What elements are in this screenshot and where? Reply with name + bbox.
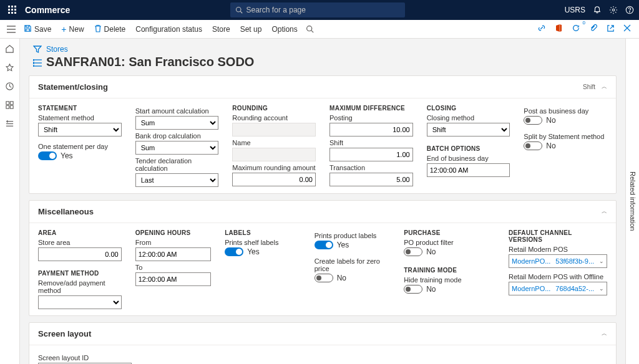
popout-icon[interactable] xyxy=(603,22,618,36)
config-status-button[interactable]: Configuration status xyxy=(132,23,206,36)
screen-layout-header[interactable]: Screen layout ︿ xyxy=(29,323,616,345)
svg-rect-0 xyxy=(8,6,10,7)
svg-rect-25 xyxy=(10,105,13,108)
store-area-input[interactable] xyxy=(38,247,122,261)
start-amount-select[interactable]: Sum xyxy=(135,116,219,130)
statement-header[interactable]: Statement/closing Shift︿ xyxy=(29,76,616,98)
svg-rect-2 xyxy=(14,6,16,7)
help-icon[interactable] xyxy=(625,6,634,14)
training-mode-toggle[interactable] xyxy=(404,285,422,294)
content-pane: Stores SANFRAN01: San Francisco SODO Sta… xyxy=(20,39,625,364)
save-button[interactable]: Save xyxy=(20,22,55,36)
brand-name: Commerce xyxy=(25,5,70,15)
svg-point-34 xyxy=(33,62,34,64)
command-bar: Save +New Delete Configuration status St… xyxy=(0,20,639,39)
filter-icon[interactable] xyxy=(33,45,42,55)
store-button[interactable]: Store xyxy=(208,23,234,36)
svg-point-33 xyxy=(33,59,34,60)
svg-rect-24 xyxy=(6,105,9,108)
chevron-up-icon[interactable]: ︿ xyxy=(602,208,607,216)
bank-drop-select[interactable]: Sum xyxy=(135,141,219,155)
svg-point-17 xyxy=(306,26,311,31)
product-labels-toggle[interactable] xyxy=(315,241,333,249)
svg-rect-1 xyxy=(11,6,13,7)
setup-button[interactable]: Set up xyxy=(237,23,266,36)
close-icon[interactable] xyxy=(620,22,634,36)
svg-rect-4 xyxy=(11,9,13,11)
modern-pos-select[interactable]: ModernPO...53f68f3b-9...⌄ xyxy=(509,254,607,268)
new-button[interactable]: +New xyxy=(57,22,87,36)
home-icon[interactable] xyxy=(4,42,16,55)
recent-icon[interactable] xyxy=(4,80,16,92)
global-search[interactable]: Search for a page xyxy=(230,2,405,17)
right-rail[interactable]: Related information xyxy=(625,39,639,364)
shelf-labels-toggle[interactable] xyxy=(225,247,243,256)
search-command-icon[interactable] xyxy=(304,23,316,35)
hours-to-input[interactable] xyxy=(135,272,212,286)
statement-method-select[interactable]: Shift xyxy=(38,123,122,136)
workspace-icon[interactable] xyxy=(4,98,16,111)
closing-method-select[interactable]: Shift xyxy=(427,123,510,136)
notifications-icon[interactable] xyxy=(593,6,602,14)
options-button[interactable]: Options xyxy=(268,23,301,36)
misc-section: Miscellaneous ︿ AREA Store area PAYMENT … xyxy=(29,200,617,316)
payment-method-select[interactable] xyxy=(38,295,122,309)
eob-input[interactable] xyxy=(427,163,510,177)
hours-from-input[interactable] xyxy=(135,247,212,261)
svg-point-35 xyxy=(33,65,34,67)
office-icon[interactable] xyxy=(552,22,566,36)
transaction-input[interactable] xyxy=(329,173,413,186)
one-statement-toggle[interactable] xyxy=(38,151,57,160)
left-nav-rail xyxy=(0,39,20,364)
favorite-icon[interactable] xyxy=(4,61,16,74)
screen-layout-section: Screen layout ︿ Screen layout ID F3CSH xyxy=(29,322,617,364)
svg-rect-5 xyxy=(14,9,16,11)
settings-icon[interactable] xyxy=(609,6,618,14)
zero-price-toggle[interactable] xyxy=(315,274,333,282)
list-icon[interactable] xyxy=(33,59,42,69)
misc-header[interactable]: Miscellaneous ︿ xyxy=(29,201,616,223)
svg-rect-3 xyxy=(8,9,10,11)
chevron-up-icon[interactable]: ︿ xyxy=(602,330,607,338)
post-business-day-toggle[interactable] xyxy=(524,116,542,125)
posting-input[interactable] xyxy=(329,123,413,136)
breadcrumb[interactable]: Stores xyxy=(46,45,254,54)
svg-rect-7 xyxy=(11,12,13,14)
user-label[interactable]: USRS xyxy=(565,6,585,14)
modern-pos-offline-select[interactable]: ModernPO...768d4a52-...⌄ xyxy=(509,282,607,295)
svg-point-9 xyxy=(236,7,241,12)
svg-rect-8 xyxy=(14,12,16,14)
svg-rect-6 xyxy=(8,12,10,14)
topbar: Commerce Search for a page USRS xyxy=(0,0,639,20)
svg-point-11 xyxy=(612,9,615,11)
svg-rect-22 xyxy=(6,101,9,104)
tender-decl-select[interactable]: Last xyxy=(135,173,219,187)
svg-point-13 xyxy=(630,12,630,12)
svg-rect-23 xyxy=(10,101,13,104)
svg-line-10 xyxy=(240,11,242,13)
shift-input[interactable] xyxy=(329,148,413,161)
modules-icon[interactable] xyxy=(4,117,16,130)
delete-button[interactable]: Delete xyxy=(90,22,130,36)
link-icon[interactable] xyxy=(534,22,549,36)
attach-icon[interactable] xyxy=(586,22,601,36)
split-statement-toggle[interactable] xyxy=(524,141,542,150)
statement-section: Statement/closing Shift︿ STATEMENT State… xyxy=(29,75,617,194)
po-filter-toggle[interactable] xyxy=(404,247,422,256)
search-placeholder: Search for a page xyxy=(246,6,306,14)
svg-line-18 xyxy=(311,31,313,32)
refresh-icon[interactable]: 0 xyxy=(568,22,583,36)
max-rounding-input[interactable] xyxy=(232,173,316,186)
app-launcher-icon[interactable] xyxy=(5,2,20,17)
related-info-tab[interactable]: Related information xyxy=(629,171,637,231)
chevron-up-icon[interactable]: ︿ xyxy=(602,83,607,91)
rounding-account-input[interactable] xyxy=(232,123,316,136)
rounding-name-input[interactable] xyxy=(232,148,316,161)
menu-toggle[interactable] xyxy=(5,24,17,35)
page-title: SANFRAN01: San Francisco SODO xyxy=(46,55,254,69)
